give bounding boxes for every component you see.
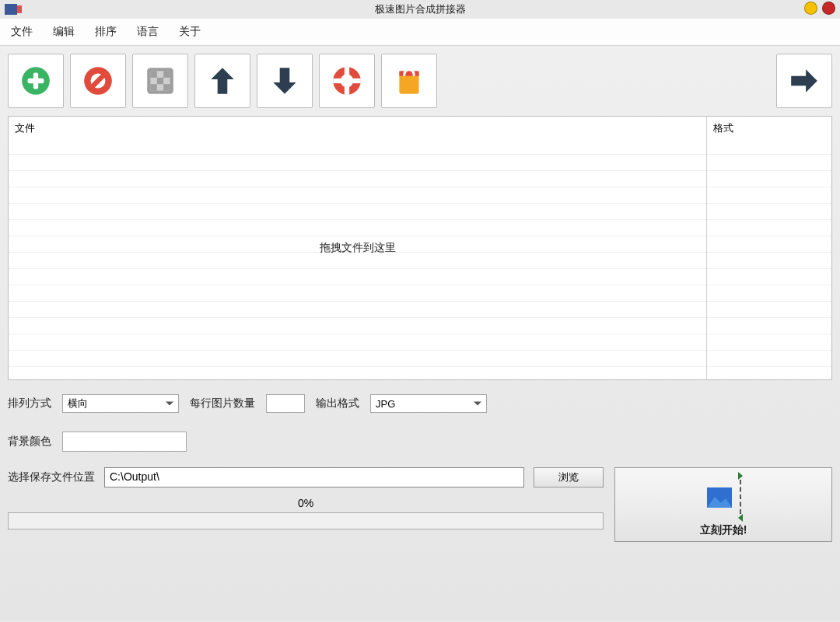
mini-arrow-bottom-icon (738, 514, 743, 522)
svg-rect-12 (163, 84, 170, 90)
start-icon (704, 472, 743, 522)
arrange-select[interactable]: 横向 (62, 394, 179, 413)
shop-button[interactable] (381, 54, 437, 108)
lifebuoy-icon (331, 65, 363, 97)
svg-rect-8 (150, 71, 156, 77)
minimize-button[interactable] (804, 2, 817, 15)
checker-icon (144, 65, 177, 97)
arrow-up-icon (206, 65, 239, 97)
plus-circle-icon (19, 65, 52, 97)
browse-button[interactable]: 浏览 (534, 467, 604, 487)
menu-file[interactable]: 文件 (11, 25, 33, 39)
toolbar (8, 54, 832, 108)
menu-edit[interactable]: 编辑 (53, 25, 75, 39)
drop-hint: 拖拽文件到这里 (320, 241, 396, 255)
output-format-select[interactable]: JPG (370, 394, 487, 413)
svg-rect-15 (345, 67, 349, 75)
arrange-value: 横向 (68, 397, 88, 411)
move-up-button[interactable] (194, 54, 250, 108)
start-label: 立刻开始! (700, 523, 747, 537)
menu-sort[interactable]: 排序 (95, 25, 117, 39)
add-button[interactable] (8, 54, 64, 108)
arrange-label: 排列方式 (8, 397, 51, 411)
column-format: 格式 (707, 117, 831, 379)
menu-about[interactable]: 关于 (179, 25, 201, 39)
save-path-input[interactable]: C:\Output\ (104, 467, 524, 487)
svg-rect-11 (150, 84, 156, 90)
shopping-bag-icon (393, 65, 425, 97)
mini-arrow-top-icon (738, 472, 743, 480)
menubar: 文件 编辑 排序 语言 关于 (0, 19, 840, 46)
start-button[interactable]: 立刻开始! (614, 467, 832, 542)
remove-button[interactable] (70, 54, 126, 108)
arrow-down-icon (268, 65, 301, 97)
help-button[interactable] (319, 54, 375, 108)
save-location-label: 选择保存文件位置 (8, 470, 95, 484)
output-value: JPG (376, 398, 395, 410)
column-file: 文件 拖拽文件到这里 (9, 117, 707, 379)
move-down-button[interactable] (257, 54, 313, 108)
next-button[interactable] (776, 54, 832, 108)
dashed-line-icon (740, 480, 741, 514)
clear-button[interactable] (132, 54, 188, 108)
svg-rect-10 (157, 78, 163, 84)
output-label: 输出格式 (316, 397, 359, 411)
window-controls (804, 2, 835, 15)
image-icon (704, 481, 735, 512)
svg-rect-16 (345, 86, 349, 95)
per-row-input[interactable] (266, 394, 305, 413)
svg-rect-9 (163, 71, 170, 77)
svg-rect-18 (352, 79, 361, 83)
window-title: 极速图片合成拼接器 (375, 2, 466, 16)
arrow-right-icon (788, 65, 821, 97)
no-entry-icon (82, 65, 114, 97)
column-header-format[interactable]: 格式 (707, 117, 831, 140)
svg-rect-17 (333, 79, 341, 83)
svg-rect-20 (399, 71, 418, 75)
svg-point-14 (341, 75, 354, 88)
content: 文件 拖拽文件到这里 格式 排列方式 横向 每行图片数量 输出格式 JPG 背景… (0, 46, 840, 620)
bgcolor-label: 背景颜色 (8, 435, 51, 449)
bgcolor-picker[interactable] (62, 432, 187, 452)
file-list[interactable]: 文件 拖拽文件到这里 格式 (8, 116, 832, 380)
titlebar: 极速图片合成拼接器 (0, 0, 840, 19)
menu-language[interactable]: 语言 (137, 25, 159, 39)
app-icon (5, 4, 17, 15)
file-rows (9, 138, 706, 379)
column-header-file[interactable]: 文件 (9, 117, 706, 140)
svg-rect-2 (28, 79, 44, 83)
format-rows (707, 138, 831, 379)
progress-bar (8, 512, 604, 529)
close-button[interactable] (822, 2, 835, 15)
progress-text: 0% (8, 497, 604, 509)
bottom-area: 选择保存文件位置 C:\Output\ 浏览 0% (8, 467, 832, 542)
per-row-label: 每行图片数量 (190, 397, 255, 411)
options: 排列方式 横向 每行图片数量 输出格式 JPG 背景颜色 (8, 394, 832, 452)
